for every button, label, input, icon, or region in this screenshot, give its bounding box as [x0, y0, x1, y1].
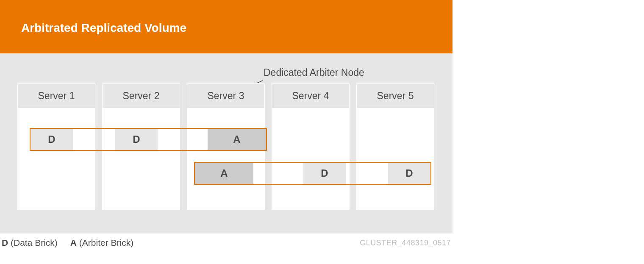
legend: D (Data Brick) A (Arbiter Brick) [2, 238, 133, 248]
server-label: Server 3 [187, 83, 265, 108]
server-label: Server 5 [356, 83, 434, 108]
diagram-footer: D (Data Brick) A (Arbiter Brick) GLUSTER… [0, 233, 452, 248]
diagram-container: Arbitrated Replicated Volume Dedicated A… [0, 0, 452, 233]
server-label: Server 2 [102, 83, 180, 108]
diagram-body: Dedicated Arbiter Node Server 1 Server 2… [0, 53, 452, 233]
legend-arbiter-brick: A (Arbiter Brick) [70, 238, 133, 248]
arbiter-annotation: Dedicated Arbiter Node [264, 67, 364, 78]
document-id: GLUSTER_448319_0517 [360, 239, 451, 247]
legend-data-brick: D (Data Brick) [2, 238, 58, 248]
arbiter-brick: A [195, 163, 253, 184]
diagram-title: Arbitrated Replicated Volume [0, 0, 452, 53]
servers-row: Server 1 Server 2 Server 3 Server 4 Serv… [17, 83, 436, 210]
data-brick: D [115, 129, 158, 150]
server-label: Server 4 [272, 83, 350, 108]
data-brick: D [303, 163, 346, 184]
data-brick: D [388, 163, 430, 184]
server-4: Server 4 [271, 83, 350, 210]
replica-group-1: D D A [30, 128, 267, 151]
server-5: Server 5 [356, 83, 435, 210]
arbiter-brick: A [208, 129, 266, 150]
server-label: Server 1 [17, 83, 95, 108]
data-brick: D [31, 129, 73, 150]
replica-group-2: A D D [194, 162, 431, 185]
